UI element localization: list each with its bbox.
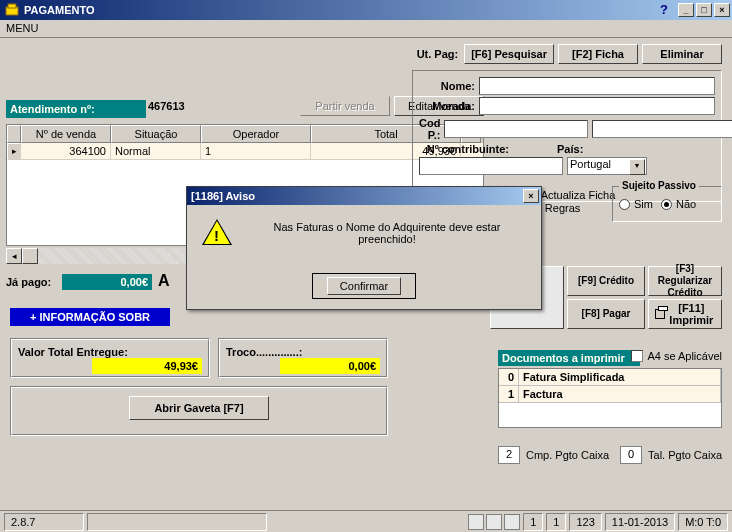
dialog-close-button[interactable]: × — [523, 189, 539, 203]
dialog-titlebar: [1186] Aviso × — [187, 187, 541, 205]
dialog-text: Nas Faturas o Nome do Adquirente deve es… — [245, 221, 529, 245]
confirmar-button[interactable]: Confirmar — [312, 273, 416, 299]
warning-icon: ! — [203, 219, 231, 247]
dialog-title: [1186] Aviso — [189, 190, 521, 202]
dialog-backdrop: [1186] Aviso × ! Nas Faturas o Nome do A… — [0, 0, 732, 532]
aviso-dialog: [1186] Aviso × ! Nas Faturas o Nome do A… — [186, 186, 542, 310]
